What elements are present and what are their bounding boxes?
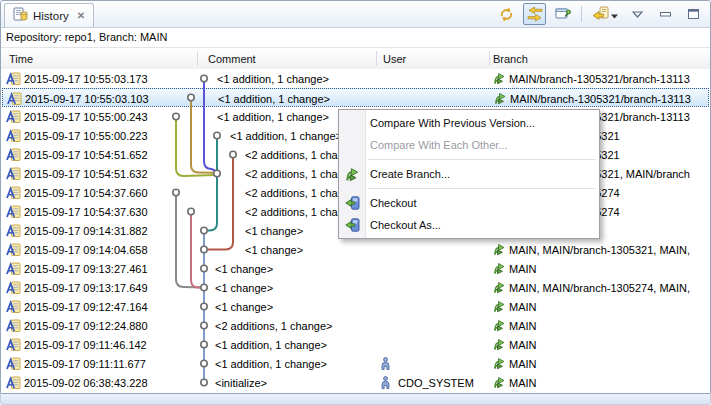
menu-item-checkout-as[interactable]: Checkout As...: [339, 214, 599, 236]
menu-item-label: Create Branch...: [370, 168, 450, 180]
comment-cell: <1 addition, 1 change>: [218, 89, 330, 108]
menu-item-label: Checkout: [370, 197, 416, 209]
column-divider[interactable]: [197, 51, 198, 66]
menu-item-compare-with-each-other: Compare With Each Other...: [339, 134, 599, 156]
refresh-icon: [498, 6, 515, 23]
time-cell: 2015-09-17 09:14:04.658: [24, 240, 148, 259]
time-cell: 2015-09-17 09:14:31.882: [24, 221, 148, 240]
menu-separator: [368, 188, 596, 189]
comment-cell: <1 change>: [245, 240, 303, 259]
table-row[interactable]: 2015-09-17 09:13:27.461<1 change>MAIN: [2, 259, 709, 278]
view-menu-button[interactable]: [626, 3, 649, 25]
commit-info-icon: [6, 148, 21, 162]
user-cell: CDO_SYSTEM: [398, 373, 474, 392]
commit-info-icon: [6, 186, 21, 200]
user-icon: [381, 376, 390, 389]
branch-icon: [493, 376, 506, 389]
column-divider[interactable]: [489, 51, 490, 66]
commit-info-icon: [6, 319, 21, 333]
table-row[interactable]: 2015-09-17 10:55:03.103<1 addition, 1 ch…: [2, 88, 709, 107]
time-cell: 2015-09-17 10:55:03.173: [24, 69, 148, 88]
column-header-branch[interactable]: Branch: [493, 48, 528, 69]
branch-cell: MAIN: [509, 316, 537, 335]
view-menu-icon: [632, 11, 643, 18]
comment-cell: <1 change>: [245, 221, 303, 240]
pin-icon: [555, 6, 571, 22]
minimize-icon: [660, 12, 671, 17]
branch-filter-icon: [592, 6, 609, 22]
commit-info-icon: [6, 357, 21, 371]
tab-close-icon[interactable]: ✕: [77, 10, 85, 21]
link-with-editor-toggle[interactable]: [523, 3, 546, 25]
branch-icon: [494, 92, 507, 105]
branch-cell: MAIN: [509, 259, 537, 278]
table-row[interactable]: 2015-09-17 09:11:46.142<1 addition, 1 ch…: [2, 335, 709, 354]
commit-info-icon: [6, 167, 21, 181]
workbench-shell: History ✕: [0, 0, 711, 405]
time-cell: 2015-09-17 09:13:27.461: [24, 259, 148, 278]
link-with-editor-icon: [527, 6, 543, 22]
time-cell: 2015-09-17 09:11:46.142: [24, 335, 147, 354]
table-row[interactable]: 2015-09-17 09:13:17.649<1 change>MAIN, M…: [2, 278, 709, 297]
time-cell: 2015-09-17 09:13:17.649: [24, 278, 148, 297]
table-row[interactable]: 2015-09-17 09:14:04.658<1 change>MAIN, M…: [2, 240, 709, 259]
commit-info-icon: [6, 224, 21, 238]
column-divider[interactable]: [376, 51, 377, 66]
view-toolbar: [495, 3, 705, 25]
branch-cell: MAIN, MAIN/branch-1305274, MAIN,: [509, 278, 690, 297]
tab-history[interactable]: History ✕: [4, 3, 94, 27]
time-cell: 2015-09-17 09:12:47.164: [24, 297, 148, 316]
checkout-icon: [345, 218, 360, 232]
comment-cell: <1 addition, 1 change>: [215, 335, 327, 354]
column-header-user[interactable]: User: [383, 48, 406, 69]
comment-cell: <1 addition, 1 change>: [217, 107, 329, 126]
maximize-button[interactable]: [682, 3, 705, 25]
menu-item-checkout[interactable]: Checkout: [339, 192, 599, 214]
toolbar-separator: [581, 6, 582, 22]
table-header: TimeCommentUserBranch: [1, 47, 710, 70]
menu-item-create-branch[interactable]: Create Branch...: [339, 163, 599, 185]
commit-info-icon: [6, 376, 21, 390]
minimize-button[interactable]: [654, 3, 677, 25]
branch-icon: [493, 281, 506, 294]
commit-info-icon: [6, 262, 21, 276]
table-row[interactable]: 2015-09-17 09:12:47.164<1 change>MAIN: [2, 297, 709, 316]
branch-icon: [493, 300, 506, 313]
commit-info-icon: [6, 300, 21, 314]
comment-cell: <1 addition, 1 change>: [215, 354, 327, 373]
branch-cell: MAIN/branch-1305321/branch-13113: [509, 69, 690, 88]
menu-item-compare-with-previous-version[interactable]: Compare With Previous Version...: [339, 112, 599, 134]
user-icon: [381, 357, 390, 370]
time-cell: 2015-09-02 06:38:43.228: [24, 373, 148, 392]
branch-icon: [493, 338, 506, 351]
commit-info-icon: [6, 338, 21, 352]
pin-view-button[interactable]: [551, 3, 574, 25]
menu-item-label: Compare With Previous Version...: [370, 117, 535, 129]
comment-cell: <1 change>: [215, 297, 273, 316]
column-header-time[interactable]: Time: [9, 48, 33, 69]
table-row[interactable]: 2015-09-17 09:11:11.677<1 addition, 1 ch…: [2, 354, 709, 373]
commit-info-icon: [6, 205, 21, 219]
comment-cell: <initialize>: [215, 373, 267, 392]
branch-icon: [345, 167, 360, 182]
refresh-button[interactable]: [495, 3, 518, 25]
branch-filter-dropdown-button[interactable]: [589, 3, 621, 25]
menu-item-label: Checkout As...: [370, 219, 441, 231]
table-row[interactable]: 2015-09-17 09:12:24.880<2 additions, 1 c…: [2, 316, 709, 335]
table-row[interactable]: 2015-09-02 06:38:43.228<initialize>CDO_S…: [2, 373, 709, 392]
column-header-comment[interactable]: Comment: [208, 48, 256, 69]
time-cell: 2015-09-17 10:55:00.243: [24, 107, 148, 126]
commit-info-icon: [6, 281, 21, 295]
time-cell: 2015-09-17 10:54:51.632: [24, 164, 148, 183]
branch-cell: MAIN/branch-1305321/branch-13113: [510, 89, 691, 108]
time-cell: 2015-09-17 10:54:37.630: [24, 202, 148, 221]
comment-cell: <1 change>: [215, 259, 273, 278]
time-cell: 2015-09-17 10:54:51.652: [24, 145, 148, 164]
branch-icon: [493, 72, 506, 85]
time-cell: 2015-09-17 09:12:24.880: [24, 316, 148, 335]
table-row[interactable]: 2015-09-17 10:55:03.173<1 addition, 1 ch…: [2, 69, 709, 88]
view-tab-bar: History ✕: [1, 1, 710, 28]
branch-cell: MAIN, MAIN/branch-1305321, MAIN,: [509, 240, 690, 259]
commit-info-icon: [6, 72, 21, 86]
time-cell: 2015-09-17 09:11:11.677: [24, 354, 146, 373]
